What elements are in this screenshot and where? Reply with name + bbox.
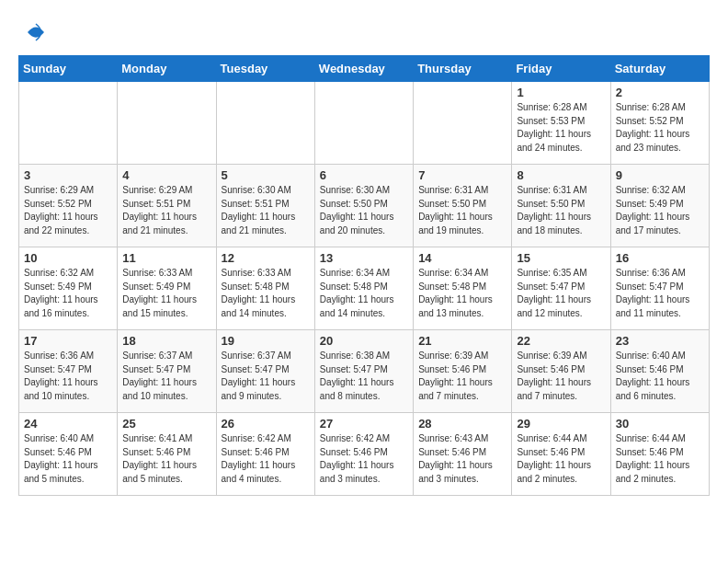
day-number: 20 xyxy=(320,334,408,348)
day-number: 27 xyxy=(320,417,408,431)
weekday-header-row: SundayMondayTuesdayWednesdayThursdayFrid… xyxy=(19,56,710,82)
day-info: Sunrise: 6:30 AM Sunset: 5:50 PM Dayligh… xyxy=(320,184,408,237)
day-number: 10 xyxy=(24,251,112,265)
calendar-cell: 29Sunrise: 6:44 AM Sunset: 5:46 PM Dayli… xyxy=(512,413,610,496)
day-number: 9 xyxy=(616,168,704,182)
day-info: Sunrise: 6:35 AM Sunset: 5:47 PM Dayligh… xyxy=(517,267,605,320)
day-info: Sunrise: 6:39 AM Sunset: 5:46 PM Dayligh… xyxy=(517,350,605,403)
calendar-cell: 4Sunrise: 6:29 AM Sunset: 5:51 PM Daylig… xyxy=(118,165,216,247)
day-number: 17 xyxy=(24,334,112,348)
day-info: Sunrise: 6:42 AM Sunset: 5:46 PM Dayligh… xyxy=(222,432,310,486)
day-number: 13 xyxy=(320,251,408,265)
calendar-cell: 15Sunrise: 6:35 AM Sunset: 5:47 PM Dayli… xyxy=(512,247,610,330)
day-number: 12 xyxy=(222,251,310,265)
day-number: 22 xyxy=(517,334,605,348)
day-number: 19 xyxy=(222,334,310,348)
calendar-header: SundayMondayTuesdayWednesdayThursdayFrid… xyxy=(19,56,710,82)
day-info: Sunrise: 6:32 AM Sunset: 5:49 PM Dayligh… xyxy=(24,267,112,320)
day-number: 11 xyxy=(122,251,210,265)
logo-icon xyxy=(22,18,50,46)
weekday-header-wednesday: Wednesday xyxy=(314,56,413,82)
day-info: Sunrise: 6:43 AM Sunset: 5:46 PM Dayligh… xyxy=(418,432,506,486)
calendar-cell: 11Sunrise: 6:33 AM Sunset: 5:49 PM Dayli… xyxy=(118,247,216,330)
calendar-cell: 21Sunrise: 6:39 AM Sunset: 5:46 PM Dayli… xyxy=(414,330,512,413)
calendar-body: 1Sunrise: 6:28 AM Sunset: 5:53 PM Daylig… xyxy=(19,82,710,496)
weekday-header-friday: Friday xyxy=(512,56,610,82)
day-info: Sunrise: 6:42 AM Sunset: 5:46 PM Dayligh… xyxy=(320,432,408,486)
calendar-cell: 23Sunrise: 6:40 AM Sunset: 5:46 PM Dayli… xyxy=(610,330,709,413)
calendar-week-1: 1Sunrise: 6:28 AM Sunset: 5:53 PM Daylig… xyxy=(19,82,710,165)
calendar-cell: 24Sunrise: 6:40 AM Sunset: 5:46 PM Dayli… xyxy=(19,413,118,496)
day-number: 23 xyxy=(616,334,704,348)
calendar-cell xyxy=(19,82,118,165)
day-info: Sunrise: 6:34 AM Sunset: 5:48 PM Dayligh… xyxy=(320,267,408,320)
day-number: 8 xyxy=(517,168,605,182)
calendar-week-2: 3Sunrise: 6:29 AM Sunset: 5:52 PM Daylig… xyxy=(19,165,710,247)
day-info: Sunrise: 6:33 AM Sunset: 5:49 PM Dayligh… xyxy=(122,267,210,320)
day-number: 26 xyxy=(222,417,310,431)
calendar-cell: 14Sunrise: 6:34 AM Sunset: 5:48 PM Dayli… xyxy=(414,247,512,330)
weekday-header-saturday: Saturday xyxy=(610,56,709,82)
weekday-header-monday: Monday xyxy=(118,56,216,82)
day-number: 15 xyxy=(517,251,605,265)
calendar-week-3: 10Sunrise: 6:32 AM Sunset: 5:49 PM Dayli… xyxy=(19,247,710,330)
day-number: 28 xyxy=(418,417,506,431)
calendar-cell: 30Sunrise: 6:44 AM Sunset: 5:46 PM Dayli… xyxy=(610,413,709,496)
day-info: Sunrise: 6:40 AM Sunset: 5:46 PM Dayligh… xyxy=(24,432,112,486)
weekday-header-sunday: Sunday xyxy=(19,56,118,82)
calendar-cell: 17Sunrise: 6:36 AM Sunset: 5:47 PM Dayli… xyxy=(19,330,118,413)
page-wrapper: SundayMondayTuesdayWednesdayThursdayFrid… xyxy=(18,18,710,496)
calendar-cell xyxy=(118,82,216,165)
calendar-cell xyxy=(414,82,512,165)
day-info: Sunrise: 6:30 AM Sunset: 5:51 PM Dayligh… xyxy=(222,184,310,237)
day-info: Sunrise: 6:31 AM Sunset: 5:50 PM Dayligh… xyxy=(418,184,506,237)
page-header xyxy=(18,18,710,46)
calendar-cell: 22Sunrise: 6:39 AM Sunset: 5:46 PM Dayli… xyxy=(512,330,610,413)
day-info: Sunrise: 6:29 AM Sunset: 5:52 PM Dayligh… xyxy=(24,184,112,237)
calendar-cell: 6Sunrise: 6:30 AM Sunset: 5:50 PM Daylig… xyxy=(314,165,413,247)
day-number: 30 xyxy=(616,417,704,431)
day-info: Sunrise: 6:44 AM Sunset: 5:46 PM Dayligh… xyxy=(616,432,704,486)
weekday-header-tuesday: Tuesday xyxy=(216,56,314,82)
day-info: Sunrise: 6:31 AM Sunset: 5:50 PM Dayligh… xyxy=(517,184,605,237)
day-number: 3 xyxy=(24,168,112,182)
day-info: Sunrise: 6:34 AM Sunset: 5:48 PM Dayligh… xyxy=(418,267,506,320)
calendar-cell: 18Sunrise: 6:37 AM Sunset: 5:47 PM Dayli… xyxy=(118,330,216,413)
calendar-cell: 27Sunrise: 6:42 AM Sunset: 5:46 PM Dayli… xyxy=(314,413,413,496)
calendar-week-4: 17Sunrise: 6:36 AM Sunset: 5:47 PM Dayli… xyxy=(19,330,710,413)
calendar-cell: 19Sunrise: 6:37 AM Sunset: 5:47 PM Dayli… xyxy=(216,330,314,413)
day-info: Sunrise: 6:28 AM Sunset: 5:53 PM Dayligh… xyxy=(517,101,605,155)
day-number: 6 xyxy=(320,168,408,182)
day-number: 2 xyxy=(616,86,704,99)
day-info: Sunrise: 6:37 AM Sunset: 5:47 PM Dayligh… xyxy=(222,350,310,403)
calendar-cell: 5Sunrise: 6:30 AM Sunset: 5:51 PM Daylig… xyxy=(216,165,314,247)
calendar-cell: 28Sunrise: 6:43 AM Sunset: 5:46 PM Dayli… xyxy=(414,413,512,496)
calendar-cell: 13Sunrise: 6:34 AM Sunset: 5:48 PM Dayli… xyxy=(314,247,413,330)
day-info: Sunrise: 6:32 AM Sunset: 5:49 PM Dayligh… xyxy=(616,184,704,237)
day-number: 29 xyxy=(517,417,605,431)
day-number: 5 xyxy=(222,168,310,182)
day-number: 1 xyxy=(517,86,605,99)
day-number: 4 xyxy=(122,168,210,182)
calendar-cell: 8Sunrise: 6:31 AM Sunset: 5:50 PM Daylig… xyxy=(512,165,610,247)
day-number: 16 xyxy=(616,251,704,265)
calendar-cell: 7Sunrise: 6:31 AM Sunset: 5:50 PM Daylig… xyxy=(414,165,512,247)
day-info: Sunrise: 6:40 AM Sunset: 5:46 PM Dayligh… xyxy=(616,350,704,403)
calendar-cell: 20Sunrise: 6:38 AM Sunset: 5:47 PM Dayli… xyxy=(314,330,413,413)
day-info: Sunrise: 6:36 AM Sunset: 5:47 PM Dayligh… xyxy=(24,350,112,403)
weekday-header-thursday: Thursday xyxy=(414,56,512,82)
day-number: 18 xyxy=(122,334,210,348)
day-info: Sunrise: 6:33 AM Sunset: 5:48 PM Dayligh… xyxy=(222,267,310,320)
day-info: Sunrise: 6:38 AM Sunset: 5:47 PM Dayligh… xyxy=(320,350,408,403)
calendar-cell: 25Sunrise: 6:41 AM Sunset: 5:46 PM Dayli… xyxy=(118,413,216,496)
day-number: 14 xyxy=(418,251,506,265)
day-info: Sunrise: 6:29 AM Sunset: 5:51 PM Dayligh… xyxy=(122,184,210,237)
day-number: 25 xyxy=(122,417,210,431)
calendar-table: SundayMondayTuesdayWednesdayThursdayFrid… xyxy=(18,55,710,496)
day-info: Sunrise: 6:37 AM Sunset: 5:47 PM Dayligh… xyxy=(122,350,210,403)
calendar-cell: 2Sunrise: 6:28 AM Sunset: 5:52 PM Daylig… xyxy=(610,82,709,165)
day-info: Sunrise: 6:41 AM Sunset: 5:46 PM Dayligh… xyxy=(122,432,210,486)
day-number: 7 xyxy=(418,168,506,182)
calendar-cell: 16Sunrise: 6:36 AM Sunset: 5:47 PM Dayli… xyxy=(610,247,709,330)
calendar-cell: 9Sunrise: 6:32 AM Sunset: 5:49 PM Daylig… xyxy=(610,165,709,247)
